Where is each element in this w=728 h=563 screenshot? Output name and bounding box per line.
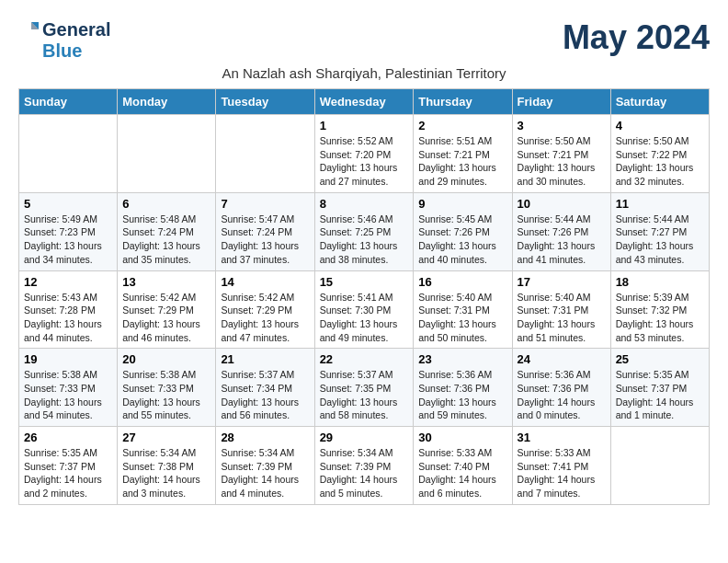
calendar-cell: 22Sunrise: 5:37 AM Sunset: 7:35 PM Dayli… (314, 349, 414, 427)
day-number: 11 (616, 197, 704, 211)
calendar-cell: 7Sunrise: 5:47 AM Sunset: 7:24 PM Daylig… (216, 192, 314, 270)
day-info: Sunrise: 5:39 AM Sunset: 7:32 PM Dayligh… (616, 291, 704, 345)
day-number: 20 (122, 352, 210, 366)
calendar-cell: 3Sunrise: 5:50 AM Sunset: 7:21 PM Daylig… (512, 115, 610, 193)
calendar-cell: 6Sunrise: 5:48 AM Sunset: 7:24 PM Daylig… (118, 192, 216, 270)
calendar-cell: 2Sunrise: 5:51 AM Sunset: 7:21 PM Daylig… (414, 115, 512, 193)
calendar-cell: 27Sunrise: 5:34 AM Sunset: 7:38 PM Dayli… (118, 427, 216, 505)
day-number: 16 (418, 275, 506, 289)
calendar-cell: 29Sunrise: 5:34 AM Sunset: 7:39 PM Dayli… (314, 427, 414, 505)
weekday-header-saturday: Saturday (610, 89, 709, 115)
day-info: Sunrise: 5:38 AM Sunset: 7:33 PM Dayligh… (24, 368, 112, 422)
day-info: Sunrise: 5:38 AM Sunset: 7:33 PM Dayligh… (122, 368, 210, 422)
weekday-header-sunday: Sunday (19, 89, 118, 115)
day-info: Sunrise: 5:34 AM Sunset: 7:39 PM Dayligh… (320, 446, 409, 500)
day-number: 1 (320, 119, 409, 132)
weekday-header-monday: Monday (118, 89, 216, 115)
day-number: 21 (221, 352, 309, 366)
weekday-header-wednesday: Wednesday (314, 89, 414, 115)
day-number: 8 (320, 197, 409, 211)
day-info: Sunrise: 5:34 AM Sunset: 7:38 PM Dayligh… (122, 446, 210, 500)
day-info: Sunrise: 5:50 AM Sunset: 7:22 PM Dayligh… (616, 134, 704, 189)
calendar-cell: 19Sunrise: 5:38 AM Sunset: 7:33 PM Dayli… (19, 349, 118, 427)
calendar-cell: 20Sunrise: 5:38 AM Sunset: 7:33 PM Dayli… (118, 349, 216, 427)
day-number: 29 (320, 431, 409, 444)
day-info: Sunrise: 5:35 AM Sunset: 7:37 PM Dayligh… (24, 446, 112, 500)
calendar-cell: 12Sunrise: 5:43 AM Sunset: 7:28 PM Dayli… (19, 270, 118, 349)
day-number: 7 (221, 197, 309, 211)
day-number: 23 (418, 352, 506, 366)
logo: General Blue (18, 18, 110, 62)
header: General Blue May 2024 (18, 18, 710, 62)
day-number: 22 (320, 352, 409, 366)
logo-text-blue: Blue (42, 40, 82, 62)
day-info: Sunrise: 5:46 AM Sunset: 7:25 PM Dayligh… (320, 213, 409, 267)
calendar-cell: 28Sunrise: 5:34 AM Sunset: 7:39 PM Dayli… (216, 427, 314, 505)
weekday-header-tuesday: Tuesday (216, 89, 314, 115)
day-info: Sunrise: 5:47 AM Sunset: 7:24 PM Dayligh… (221, 213, 309, 267)
day-info: Sunrise: 5:48 AM Sunset: 7:24 PM Dayligh… (122, 213, 210, 267)
day-number: 26 (24, 431, 112, 444)
calendar-cell: 30Sunrise: 5:33 AM Sunset: 7:40 PM Dayli… (414, 427, 512, 505)
day-info: Sunrise: 5:45 AM Sunset: 7:26 PM Dayligh… (418, 213, 506, 267)
calendar-cell: 10Sunrise: 5:44 AM Sunset: 7:26 PM Dayli… (512, 192, 610, 270)
logo-text-general: General (42, 19, 110, 40)
calendar-cell: 25Sunrise: 5:35 AM Sunset: 7:37 PM Dayli… (610, 349, 709, 427)
day-info: Sunrise: 5:42 AM Sunset: 7:29 PM Dayligh… (122, 291, 210, 345)
calendar-table: SundayMondayTuesdayWednesdayThursdayFrid… (18, 88, 710, 505)
day-info: Sunrise: 5:33 AM Sunset: 7:41 PM Dayligh… (518, 446, 606, 500)
calendar-cell: 1Sunrise: 5:52 AM Sunset: 7:20 PM Daylig… (314, 115, 414, 193)
day-number: 5 (24, 197, 112, 211)
day-info: Sunrise: 5:40 AM Sunset: 7:31 PM Dayligh… (418, 291, 506, 345)
calendar-cell: 15Sunrise: 5:41 AM Sunset: 7:30 PM Dayli… (314, 270, 414, 349)
day-info: Sunrise: 5:37 AM Sunset: 7:34 PM Dayligh… (221, 368, 309, 422)
day-number: 6 (122, 197, 210, 211)
calendar-cell: 4Sunrise: 5:50 AM Sunset: 7:22 PM Daylig… (610, 115, 709, 193)
day-info: Sunrise: 5:49 AM Sunset: 7:23 PM Dayligh… (24, 213, 112, 267)
day-info: Sunrise: 5:43 AM Sunset: 7:28 PM Dayligh… (24, 291, 112, 345)
day-info: Sunrise: 5:36 AM Sunset: 7:36 PM Dayligh… (418, 368, 506, 422)
calendar-cell (19, 115, 118, 193)
calendar-cell: 17Sunrise: 5:40 AM Sunset: 7:31 PM Dayli… (512, 270, 610, 349)
calendar-cell: 13Sunrise: 5:42 AM Sunset: 7:29 PM Dayli… (118, 270, 216, 349)
calendar-cell (118, 115, 216, 193)
day-number: 25 (616, 352, 704, 366)
weekday-header-friday: Friday (512, 89, 610, 115)
day-info: Sunrise: 5:33 AM Sunset: 7:40 PM Dayligh… (418, 446, 506, 500)
day-number: 30 (418, 431, 506, 444)
day-info: Sunrise: 5:40 AM Sunset: 7:31 PM Dayligh… (518, 291, 606, 345)
calendar-cell: 18Sunrise: 5:39 AM Sunset: 7:32 PM Dayli… (610, 270, 709, 349)
day-info: Sunrise: 5:35 AM Sunset: 7:37 PM Dayligh… (616, 368, 704, 422)
day-number: 19 (24, 352, 112, 366)
day-number: 28 (221, 431, 309, 444)
day-number: 14 (221, 275, 309, 289)
calendar-cell: 31Sunrise: 5:33 AM Sunset: 7:41 PM Dayli… (512, 427, 610, 505)
calendar-cell: 11Sunrise: 5:44 AM Sunset: 7:27 PM Dayli… (610, 192, 709, 270)
month-title: May 2024 (563, 18, 710, 57)
day-info: Sunrise: 5:51 AM Sunset: 7:21 PM Dayligh… (418, 134, 506, 189)
day-info: Sunrise: 5:42 AM Sunset: 7:29 PM Dayligh… (221, 291, 309, 345)
day-number: 12 (24, 275, 112, 289)
weekday-header-thursday: Thursday (414, 89, 512, 115)
day-info: Sunrise: 5:36 AM Sunset: 7:36 PM Dayligh… (518, 368, 606, 422)
day-number: 18 (616, 275, 704, 289)
calendar-cell: 8Sunrise: 5:46 AM Sunset: 7:25 PM Daylig… (314, 192, 414, 270)
calendar-cell: 16Sunrise: 5:40 AM Sunset: 7:31 PM Dayli… (414, 270, 512, 349)
day-info: Sunrise: 5:52 AM Sunset: 7:20 PM Dayligh… (320, 134, 409, 189)
day-info: Sunrise: 5:44 AM Sunset: 7:26 PM Dayligh… (518, 213, 606, 267)
calendar-cell: 5Sunrise: 5:49 AM Sunset: 7:23 PM Daylig… (19, 192, 118, 270)
calendar-cell: 23Sunrise: 5:36 AM Sunset: 7:36 PM Dayli… (414, 349, 512, 427)
calendar-cell (216, 115, 314, 193)
day-info: Sunrise: 5:44 AM Sunset: 7:27 PM Dayligh… (616, 213, 704, 267)
calendar-cell: 21Sunrise: 5:37 AM Sunset: 7:34 PM Dayli… (216, 349, 314, 427)
day-info: Sunrise: 5:34 AM Sunset: 7:39 PM Dayligh… (221, 446, 309, 500)
logo-icon (18, 18, 40, 40)
day-number: 17 (518, 275, 606, 289)
day-info: Sunrise: 5:50 AM Sunset: 7:21 PM Dayligh… (518, 134, 606, 189)
day-number: 15 (320, 275, 409, 289)
calendar-cell: 24Sunrise: 5:36 AM Sunset: 7:36 PM Dayli… (512, 349, 610, 427)
day-info: Sunrise: 5:37 AM Sunset: 7:35 PM Dayligh… (320, 368, 409, 422)
day-number: 9 (418, 197, 506, 211)
day-info: Sunrise: 5:41 AM Sunset: 7:30 PM Dayligh… (320, 291, 409, 345)
calendar-cell (610, 427, 709, 505)
